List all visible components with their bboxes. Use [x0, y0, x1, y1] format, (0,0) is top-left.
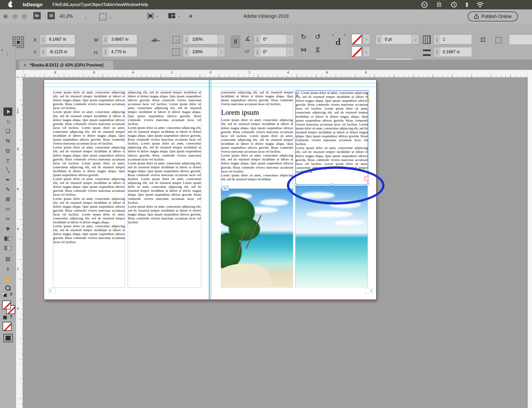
bluetooth-icon[interactable] — [465, 1, 469, 8]
selection-tool[interactable]: ➤ — [3, 107, 12, 116]
x-value-field[interactable]: 6.1667 in — [46, 34, 75, 44]
rotation-field[interactable]: 0° — [261, 34, 287, 44]
horizontal-ruler[interactable]: 864202468 — [23, 70, 528, 77]
creative-cloud-icon[interactable] — [421, 1, 428, 8]
constrain-dimensions-broken-link-icon[interactable]: ȣ — [151, 36, 158, 44]
rotation-dropdown[interactable]: ⌄ — [287, 34, 294, 44]
rotation-stepper[interactable]: ∧∨ — [254, 34, 261, 45]
stroke-weight-stepper[interactable]: ∧∨ — [375, 34, 383, 45]
direct-selection-tool[interactable]: ▷ — [3, 117, 12, 125]
ruler-corner[interactable] — [16, 70, 23, 77]
apply-none-button[interactable] — [3, 322, 11, 331]
content-collector-tool[interactable]: ⊟ — [3, 147, 12, 155]
line-tool[interactable]: ╲ — [3, 166, 12, 174]
panel-collapse-button[interactable]: » — [1, 47, 3, 52]
stroke-more-button[interactable]: › — [363, 46, 370, 57]
hand-tool[interactable]: ☝ — [3, 274, 12, 283]
gap-tool[interactable]: ⇆ — [3, 136, 12, 145]
stroke-weight-dropdown[interactable]: ⌄ — [412, 34, 419, 44]
y-stepper[interactable]: ∧∨ — [40, 47, 47, 57]
h-stepper[interactable]: ∧∨ — [102, 47, 109, 57]
scale-y-stepper[interactable]: ∧∨ — [183, 47, 190, 57]
scale-x-stepper[interactable]: ∧∨ — [183, 34, 190, 45]
body-text-column[interactable]: consectetur adipiscing elit, sed do eius… — [221, 91, 293, 189]
selection-handle[interactable] — [294, 90, 297, 92]
shear-stepper[interactable]: ∧∨ — [254, 47, 261, 57]
scale-x-dropdown[interactable]: ⌄ — [218, 34, 225, 44]
gutter-field[interactable]: 0.1667 in — [440, 47, 472, 57]
corner-options-handle[interactable] — [367, 99, 369, 102]
menu-item-indesign[interactable]: InDesign — [23, 2, 43, 8]
fill-more-button[interactable]: › — [363, 34, 370, 44]
scale-y-field[interactable]: 100% — [190, 47, 218, 57]
panel-grip[interactable] — [7, 52, 7, 56]
link-badge-icon[interactable]: ∞ — [222, 186, 229, 191]
tab-close-icon[interactable]: × — [23, 63, 26, 68]
time-machine-icon[interactable] — [450, 1, 457, 8]
zoom-tool[interactable] — [3, 284, 12, 292]
default-fill-stroke-icon[interactable] — [2, 292, 7, 297]
flip-vertical-button[interactable]: ⋈ — [314, 47, 321, 53]
body-text-column[interactable]: adipiscing elit, sed do eiusmod tempor i… — [128, 91, 201, 287]
columns-field[interactable]: 1 — [440, 34, 472, 44]
free-transform-tool[interactable]: ❖ — [3, 225, 12, 233]
w-stepper[interactable]: ∧∨ — [102, 34, 109, 45]
scissors-tool[interactable]: ✂ — [3, 215, 12, 223]
dot-grid-icon[interactable] — [436, 1, 442, 8]
clipped-field[interactable] — [509, 34, 532, 45]
scale-y-dropdown[interactable]: ⌄ — [218, 47, 225, 57]
selection-handle[interactable] — [367, 137, 369, 139]
pen-tool[interactable]: ✒ — [3, 176, 12, 184]
formatting-affects-text-button[interactable]: T — [10, 315, 13, 319]
shear-dropdown[interactable]: ⌄ — [287, 47, 294, 57]
page-tool[interactable]: ❏ — [3, 127, 12, 135]
selection-handle[interactable] — [367, 90, 369, 92]
type-tool[interactable]: T — [3, 157, 12, 165]
frame-tool[interactable]: ⊠ — [3, 195, 12, 203]
x-stepper[interactable]: ∧∨ — [40, 34, 47, 45]
w-value-field[interactable]: 3.6667 in — [109, 34, 137, 44]
ruler-guide[interactable] — [211, 78, 212, 300]
y-value-field[interactable]: -8.1125 in — [46, 47, 75, 57]
vertical-ruler[interactable]: 21086420 — [16, 77, 23, 408]
vertical-scrollbar[interactable] — [528, 70, 532, 408]
pencil-tool[interactable]: ✎ — [3, 185, 12, 194]
rotate-clockwise-button[interactable]: ↻ — [301, 33, 306, 41]
rectangle-tool[interactable]: ▭ — [3, 205, 12, 213]
screen-mode-toggle[interactable] — [3, 334, 13, 342]
stroke-swatch-none[interactable] — [351, 46, 362, 57]
ruler-guide[interactable] — [44, 87, 376, 87]
publish-online-button[interactable]: Publish Online — [468, 11, 518, 21]
constrain-scale-chain-button[interactable]: ȣ — [231, 35, 240, 48]
flip-horizontal-button[interactable]: ⋈ — [301, 46, 306, 53]
selection-handle[interactable] — [331, 90, 333, 92]
scale-x-field[interactable]: 100% — [190, 34, 218, 44]
fill-swatch-none[interactable] — [351, 34, 362, 44]
ruler-guide[interactable] — [44, 83, 376, 83]
wifi-icon[interactable] — [476, 2, 484, 8]
gradient-feather-tool[interactable] — [3, 244, 12, 252]
object-style-icon[interactable] — [495, 37, 502, 43]
gradient-tool[interactable] — [3, 235, 12, 243]
pasteboard[interactable]: Lorem ipsum dolor sit amet, consectetur … — [23, 77, 528, 408]
document-tab[interactable]: × *Books-8.5X11 @ 43% [GPU Preview] — [19, 61, 113, 70]
ruler-guide[interactable] — [208, 78, 209, 300]
h-value-field[interactable]: 4.775 in — [109, 47, 137, 57]
apple-menu-icon[interactable] — [8, 2, 13, 7]
shear-field[interactable]: 0° — [261, 47, 287, 57]
formatting-affects-container-button[interactable] — [3, 316, 7, 319]
selection-handle[interactable] — [294, 137, 297, 139]
beach-photo-left[interactable] — [221, 189, 293, 288]
rotate-counterclockwise-button[interactable]: ↺ — [315, 33, 321, 41]
columns-stepper[interactable]: ∧∨ — [433, 34, 441, 45]
annotation-ellipse — [287, 166, 385, 205]
auto-fit-icon[interactable]: ⊡ — [480, 36, 486, 43]
note-tool[interactable]: ▤ — [3, 255, 12, 263]
stroke-weight-field[interactable]: 0 pt — [382, 34, 412, 44]
menu-item[interactable]: FileEditLayoutTypeObjectTableViewWindowH… — [52, 2, 148, 7]
gutter-stepper[interactable]: ∧∨ — [433, 47, 441, 57]
eyedropper-tool[interactable]: ✑ — [3, 265, 12, 273]
body-text-column[interactable]: Lorem ipsum dolor sit amet, consectetur … — [53, 91, 125, 287]
fill-color-swatch[interactable] — [2, 301, 11, 309]
text-in-port[interactable] — [296, 94, 298, 97]
